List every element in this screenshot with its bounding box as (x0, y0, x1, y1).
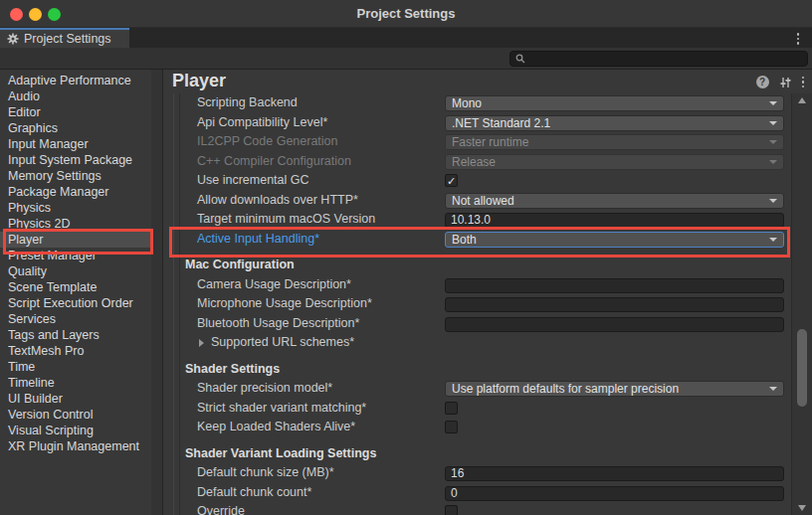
chevron-down-icon (769, 238, 777, 242)
sidebar-item-physics-2d[interactable]: Physics 2D (0, 216, 151, 232)
sidebar-item-package-manager[interactable]: Package Manager (0, 184, 151, 200)
setting-label-bluetooth-usage-description: Bluetooth Usage Description* (197, 314, 359, 334)
project-settings-window: Project Settings Project Settings (0, 0, 812, 515)
sidebar-item-quality[interactable]: Quality (0, 263, 151, 279)
setting-row-default-chunk-count: Default chunk count*0 (163, 483, 812, 503)
default-chunk-size-mb-field[interactable]: 16 (445, 466, 784, 481)
settings-category-list: Adaptive PerformanceAudioEditorGraphicsI… (0, 70, 151, 515)
scroll-up-icon[interactable] (798, 97, 806, 103)
chevron-down-icon (769, 101, 777, 105)
setting-row-keep-loaded-shaders-alive: Keep Loaded Shaders Alive* (163, 418, 812, 437)
dropdown-value: Both (452, 233, 783, 247)
foldout-triangle-icon[interactable] (199, 339, 204, 347)
sidebar-item-script-execution-order[interactable]: Script Execution Order (0, 295, 151, 311)
setting-row-il2cpp-code-generation: IL2CPP Code GenerationFaster runtime (163, 132, 812, 152)
search-field[interactable] (509, 51, 808, 67)
tab-project-settings[interactable]: Project Settings (0, 28, 129, 48)
titlebar: Project Settings (0, 0, 812, 28)
setting-label-shader-precision-model: Shader precision model* (197, 379, 332, 399)
use-incremental-gc-checkbox[interactable]: ✓ (445, 174, 458, 187)
sidebar-item-memory-settings[interactable]: Memory Settings (0, 168, 151, 184)
tab-more-menu-icon[interactable] (797, 33, 800, 45)
sidebar-item-xr-plugin-management[interactable]: XR Plugin Management (0, 438, 151, 454)
setting-label-default-chunk-count: Default chunk count* (197, 483, 311, 503)
setting-row-bluetooth-usage-description: Bluetooth Usage Description* (163, 314, 812, 334)
setting-label-microphone-usage-description: Microphone Usage Description* (197, 294, 372, 314)
more-menu-icon[interactable] (802, 77, 805, 88)
search-row (0, 48, 812, 70)
bluetooth-usage-description-field[interactable] (445, 317, 784, 332)
sidebar-item-tags-and-layers[interactable]: Tags and Layers (0, 327, 151, 343)
gear-icon (7, 33, 19, 45)
sidebar-item-adaptive-performance[interactable]: Adaptive Performance (0, 73, 151, 88)
setting-label-scripting-backend: Scripting Backend (197, 93, 298, 113)
search-input[interactable] (529, 53, 798, 65)
keep-loaded-shaders-alive-checkbox[interactable] (445, 421, 458, 433)
scripting-backend-dropdown[interactable]: Mono (445, 95, 784, 111)
section-header-shader-variant-loading-settings: Shader Variant Loading Settings (163, 444, 812, 464)
setting-label-default-chunk-size-mb: Default chunk size (MB)* (197, 463, 334, 483)
sidebar-item-physics[interactable]: Physics (0, 200, 151, 216)
dropdown-value: Use platform defaults for sampler precis… (452, 382, 783, 396)
section-header-mac-configuration: Mac Configuration (163, 256, 812, 275)
sidebar-item-visual-scripting[interactable]: Visual Scripting (0, 423, 151, 438)
sidebar-item-services[interactable]: Services (0, 311, 151, 327)
tab-label: Project Settings (24, 32, 111, 46)
vertical-scrollbar (791, 93, 812, 515)
sidebar-item-preset-manager[interactable]: Preset Manager (0, 248, 151, 263)
sidebar-item-audio[interactable]: Audio (0, 88, 151, 104)
sidebar-item-time[interactable]: Time (0, 359, 151, 375)
target-minimum-macos-version-field[interactable]: 10.13.0 (445, 213, 784, 228)
setting-row-shader-precision-model: Shader precision model*Use platform defa… (163, 379, 812, 399)
c-compiler-configuration-dropdown[interactable]: Release (445, 154, 784, 170)
setting-row-camera-usage-description: Camera Usage Description* (163, 275, 812, 295)
sidebar-item-ui-builder[interactable]: UI Builder (0, 391, 151, 407)
setting-label-keep-loaded-shaders-alive: Keep Loaded Shaders Alive* (197, 418, 355, 437)
panel-title: Player (172, 71, 226, 91)
setting-label-active-input-handling: Active Input Handling* (197, 230, 319, 250)
allow-downloads-over-http-dropdown[interactable]: Not allowed (445, 193, 784, 209)
setting-row-microphone-usage-description: Microphone Usage Description* (163, 294, 812, 314)
default-chunk-count-field[interactable]: 0 (445, 486, 784, 501)
il2cpp-code-generation-dropdown[interactable]: Faster runtime (445, 134, 784, 150)
sidebar-item-input-system-package[interactable]: Input System Package (0, 152, 151, 168)
scrollbar-thumb[interactable] (797, 329, 807, 407)
sidebar-item-timeline[interactable]: Timeline (0, 375, 151, 391)
sidebar-item-scene-template[interactable]: Scene Template (0, 279, 151, 295)
chevron-down-icon (769, 199, 777, 203)
sidebar-item-player[interactable]: Player (0, 232, 162, 248)
preset-icon[interactable] (779, 77, 792, 88)
setting-label-supported-url-schemes: Supported URL schemes* (211, 333, 354, 353)
setting-row-scripting-backend: Scripting BackendMono (163, 93, 812, 113)
microphone-usage-description-field[interactable] (445, 297, 784, 312)
camera-usage-description-field[interactable] (445, 278, 784, 293)
strict-shader-variant-matching-checkbox[interactable] (445, 402, 458, 415)
setting-label-override: Override (197, 502, 245, 515)
settings-body: Adaptive PerformanceAudioEditorGraphicsI… (0, 70, 812, 515)
chevron-down-icon (769, 160, 777, 164)
setting-row-use-incremental-gc: Use incremental GC✓ (163, 171, 812, 191)
setting-row-target-minimum-macos-version: Target minimum macOS Version10.13.0 (163, 210, 812, 230)
sidebar-item-graphics[interactable]: Graphics (0, 120, 151, 136)
setting-row-active-input-handling: Active Input Handling*Both (163, 230, 812, 250)
active-input-handling-dropdown[interactable]: Both (445, 232, 784, 248)
dropdown-value: Release (452, 155, 783, 169)
scroll-down-icon[interactable] (798, 505, 806, 511)
shader-precision-model-dropdown[interactable]: Use platform defaults for sampler precis… (445, 381, 784, 397)
setting-label-use-incremental-gc: Use incremental GC (197, 171, 309, 191)
sidebar-item-editor[interactable]: Editor (0, 104, 151, 120)
chevron-down-icon (769, 140, 777, 144)
api-compatibility-level-dropdown[interactable]: .NET Standard 2.1 (445, 115, 784, 131)
sidebar-item-textmesh-pro[interactable]: TextMesh Pro (0, 343, 151, 359)
sidebar-item-input-manager[interactable]: Input Manager (0, 136, 151, 152)
setting-row-override: Override (163, 502, 812, 515)
sidebar-scrollbar-track[interactable] (151, 70, 162, 515)
setting-label-allow-downloads-over-http: Allow downloads over HTTP* (197, 191, 358, 211)
help-icon[interactable]: ? (756, 76, 769, 88)
chevron-down-icon (769, 387, 777, 391)
setting-label-il2cpp-code-generation: IL2CPP Code Generation (197, 132, 338, 152)
section-header-shader-settings: Shader Settings (163, 360, 812, 380)
override-checkbox[interactable] (445, 505, 458, 515)
setting-row-supported-url-schemes: Supported URL schemes* (163, 333, 812, 353)
sidebar-item-version-control[interactable]: Version Control (0, 407, 151, 423)
